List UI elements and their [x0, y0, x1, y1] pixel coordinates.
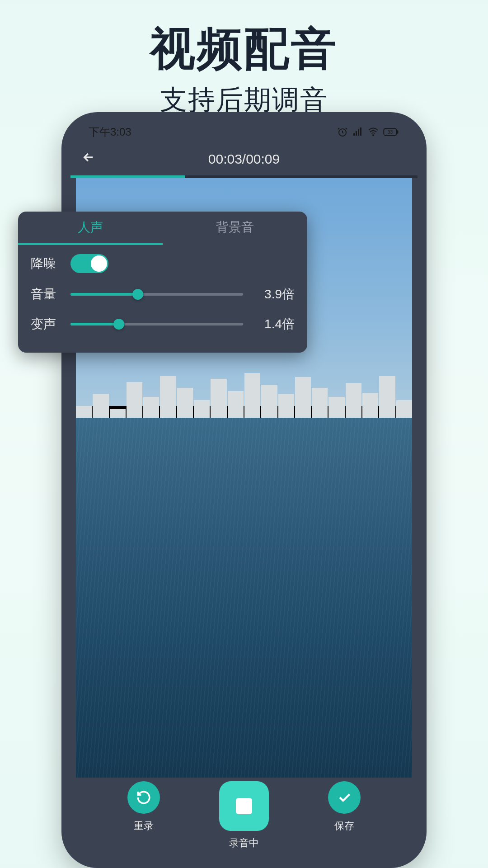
promo-heading: 视频配音 支持后期调音 — [0, 0, 488, 118]
noise-label: 降噪 — [31, 255, 60, 272]
status-indicators: 33 — [337, 127, 399, 137]
volume-label: 音量 — [31, 286, 60, 303]
wifi-icon — [368, 127, 379, 137]
bottom-controls: 重录 录音中 保存 — [70, 781, 418, 850]
svg-rect-3 — [358, 129, 359, 136]
save-label: 保存 — [334, 819, 354, 833]
svg-rect-4 — [360, 127, 361, 136]
app-header: 00:03/00:09 — [70, 143, 418, 175]
save-button[interactable]: 保存 — [328, 781, 361, 833]
tab-bgm[interactable]: 背景音 — [163, 212, 307, 243]
pitch-slider[interactable] — [70, 323, 243, 326]
stop-icon — [236, 798, 252, 814]
svg-text:33: 33 — [388, 130, 393, 135]
volume-row: 音量 3.9倍 — [18, 277, 307, 307]
status-bar: 下午3:03 33 — [70, 121, 418, 143]
redo-icon — [136, 790, 151, 805]
pitch-value: 1.4倍 — [254, 316, 295, 333]
record-stop-button[interactable]: 录音中 — [219, 781, 269, 850]
audio-panel: 人声 背景音 降噪 音量 3.9倍 变声 1.4倍 — [18, 212, 307, 353]
redo-label: 重录 — [134, 819, 154, 833]
battery-icon: 33 — [383, 128, 399, 136]
volume-slider[interactable] — [70, 293, 243, 296]
svg-rect-7 — [397, 130, 399, 134]
noise-reduction-row: 降噪 — [18, 245, 307, 277]
alarm-icon — [337, 127, 348, 137]
svg-rect-2 — [356, 131, 357, 136]
tab-voice[interactable]: 人声 — [18, 212, 163, 243]
pitch-label: 变声 — [31, 316, 60, 333]
svg-rect-1 — [353, 133, 355, 136]
noise-toggle[interactable] — [70, 254, 108, 273]
check-icon — [337, 790, 352, 805]
promo-title: 视频配音 — [0, 19, 488, 80]
toggle-knob — [91, 255, 107, 272]
arrow-left-icon — [81, 150, 96, 165]
volume-value: 3.9倍 — [254, 286, 295, 303]
recording-label: 录音中 — [229, 836, 259, 850]
panel-tabs: 人声 背景音 — [18, 212, 307, 243]
video-water — [76, 418, 412, 778]
svg-point-5 — [373, 135, 374, 136]
playback-timestamp: 00:03/00:09 — [208, 151, 280, 167]
back-button[interactable] — [81, 150, 96, 169]
redo-button[interactable]: 重录 — [127, 781, 160, 833]
signal-icon — [352, 127, 363, 137]
pitch-row: 变声 1.4倍 — [18, 307, 307, 336]
status-time: 下午3:03 — [89, 125, 131, 139]
